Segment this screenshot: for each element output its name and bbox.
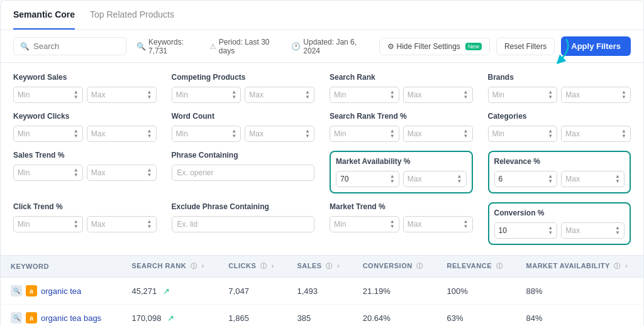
filter-keyword-sales: Keyword Sales ▲▼ ▲▼ [13,73,157,103]
keyword-sales-min-input[interactable] [18,90,72,99]
brands-min[interactable]: ▲▼ [488,87,558,103]
updated-info: 🕐 Updated: Jan 6, 2024 [291,38,369,55]
cell-conversion-0: 21.19% [353,278,437,305]
toolbar-meta: 🔍 Keywords: 7,731 ⚠ Period: Last 30 days… [136,38,369,55]
market-availability-min[interactable]: ▲▼ [336,171,399,187]
cell-clicks-0: 7,047 [218,278,287,305]
cell-keyword-0: 🔍 a organic tea [1,278,121,305]
filter-market-trend: Market Trend % ▲▼ ▲▼ [330,202,473,245]
tab-semantic-core[interactable]: Semantic Core [13,1,75,30]
phrase-containing-select[interactable]: Ex. opener [172,165,315,181]
search-rank-min-input[interactable] [334,90,389,99]
shop-icon: 🔍 [11,285,22,296]
filter-sales-trend-label: Sales Trend % [13,151,157,160]
categories-max[interactable]: ▲▼ [561,126,631,142]
sort-icon-market[interactable]: › [625,263,628,269]
filter-conversion-label: Conversion % [494,209,625,217]
competing-min-input[interactable] [176,90,231,99]
keyword-sales-min[interactable]: ▲▼ [13,87,83,103]
filters-row-2: Keyword Clicks ▲▼ ▲▼ Word Count [13,112,631,142]
competing-min[interactable]: ▲▼ [172,87,242,103]
market-availability-max-input[interactable] [408,175,456,183]
filter-categories: Categories ▲▼ ▲▼ [488,112,631,142]
reset-filters-button[interactable]: Reset Filters [496,38,555,55]
filter-phrase-label: Phrase Containing [172,151,315,160]
relevance-max[interactable]: ▲▼ [561,171,625,187]
competing-max[interactable]: ▲▼ [245,87,314,103]
filter-search-rank-trend: Search Rank Trend % ▲▼ ▲▼ [330,112,473,142]
filter-word-count: Word Count ▲▼ ▲▼ [172,112,315,142]
conversion-max-input[interactable] [565,226,614,235]
exclude-phrase-select[interactable]: Ex. lid [172,216,315,232]
filter-keyword-sales-inputs: ▲▼ ▲▼ [13,87,157,103]
keyword-sales-max[interactable]: ▲▼ [87,87,157,103]
sort-icon-search-rank[interactable]: › [202,263,204,269]
filter-relevance-label: Relevance % [494,157,625,166]
filter-market-trend-label: Market Trend % [330,202,473,211]
filter-conversion: Conversion % ▲▼ ▲▼ [488,202,631,245]
brands-min-input[interactable] [492,90,547,99]
search-icon: 🔍 [20,42,30,51]
filter-categories-label: Categories [488,112,631,121]
cell-market-availability-1: 84% [516,305,643,327]
filters-row-1: Keyword Sales ▲▼ ▲▼ Competing Products [13,73,631,103]
relevance-min[interactable]: ▲▼ [494,171,558,187]
filter-phrase-containing: Phrase Containing Ex. opener [172,151,315,193]
filter-exclude-label: Exclude Phrase Containing [172,202,315,211]
cell-search-rank-0: 45,271 ↗ [121,278,218,305]
col-clicks[interactable]: CLICKS ⓘ › [218,256,287,278]
keyword-clicks-max[interactable]: ▲▼ [87,126,157,142]
click-trend-min[interactable]: ▲▼ [13,216,83,232]
keyword-clicks-min[interactable]: ▲▼ [13,126,83,142]
click-trend-max[interactable]: ▲▼ [87,216,157,232]
cell-clicks-1: 1,865 [218,305,287,327]
conversion-min[interactable]: ▲▼ [494,222,558,239]
sort-icon-clicks[interactable]: › [272,263,274,269]
search-rank-trend-min[interactable]: ▲▼ [330,126,399,142]
brands-max[interactable]: ▲▼ [561,87,631,103]
word-count-max[interactable]: ▲▼ [245,126,314,142]
brands-max-input[interactable] [565,90,620,99]
search-rank-trend-max[interactable]: ▲▼ [403,126,473,142]
info-icon-conversion: ⓘ [416,263,423,269]
conversion-max[interactable]: ▲▼ [561,222,625,239]
relevance-max-input[interactable] [565,175,614,183]
categories-min[interactable]: ▲▼ [488,126,558,142]
filter-competing-label: Competing Products [172,73,315,82]
keyword-sales-max-input[interactable] [91,90,146,99]
table-header-row: KEYWORD SEARCH RANK ⓘ › CLICKS ⓘ › SALES [1,256,643,278]
market-availability-max[interactable]: ▲▼ [403,171,467,187]
hide-filter-button[interactable]: ⚙ Hide Filter Settings New [379,38,490,55]
sales-trend-max[interactable]: ▲▼ [87,165,157,181]
search-rank-min[interactable]: ▲▼ [330,87,399,103]
apply-filters-button[interactable]: Apply Filters [561,36,631,56]
period-info: ⚠ Period: Last 30 days [209,38,282,55]
filter-word-count-label: Word Count [172,112,315,121]
info-icon-sales: ⓘ [326,263,333,269]
market-trend-max[interactable]: ▲▼ [403,216,473,232]
search-rank-max[interactable]: ▲▼ [403,87,473,103]
filter-search-rank-trend-label: Search Rank Trend % [330,112,473,121]
cell-search-rank-1: 170,098 ↗ [121,305,218,327]
col-sales[interactable]: SALES ⓘ › [287,256,353,278]
tab-top-related[interactable]: Top Related Products [90,1,174,30]
market-availability-min-input[interactable] [340,175,389,183]
search-box[interactable]: 🔍 [13,37,126,55]
competing-max-input[interactable] [249,90,304,99]
col-conversion: CONVERSION ⓘ [353,256,437,278]
search-input[interactable] [33,41,109,51]
clock-icon: 🕐 [291,42,301,51]
market-trend-min[interactable]: ▲▼ [330,216,399,232]
relevance-min-input[interactable] [499,175,547,183]
table-row: 🔍 a organic tea bags 170,098 ↗ 1,865 385… [1,305,643,327]
sales-trend-min[interactable]: ▲▼ [13,165,83,181]
conversion-min-input[interactable] [499,226,547,235]
search-rank-max-input[interactable] [408,90,462,99]
word-count-min[interactable]: ▲▼ [172,126,242,142]
col-search-rank[interactable]: SEARCH RANK ⓘ › [121,256,218,278]
filters-section: Keyword Sales ▲▼ ▲▼ Competing Products [1,63,643,256]
toolbar-actions: ⚙ Hide Filter Settings New Reset Filters… [379,36,631,56]
keywords-count: 🔍 Keywords: 7,731 [136,38,199,55]
sort-icon-sales[interactable]: › [337,263,340,269]
amazon-icon: a [26,312,37,323]
